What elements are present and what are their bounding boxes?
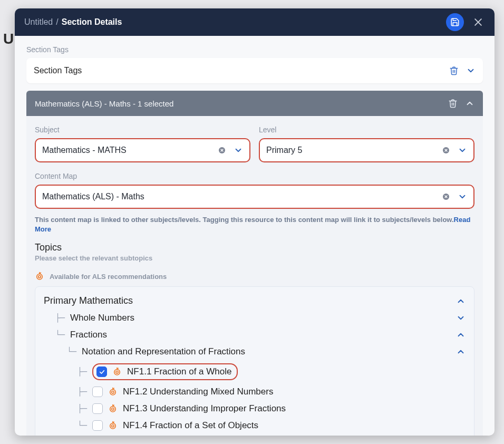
check-icon: [99, 369, 105, 375]
trash-icon: [448, 99, 458, 108]
als-icon: [35, 272, 44, 281]
save-button[interactable]: [446, 13, 464, 31]
svg-point-16: [112, 391, 114, 394]
tree-label: Whole Numbers: [70, 313, 134, 323]
level-dropdown-toggle[interactable]: [458, 146, 467, 155]
content-map-label: Content Map: [35, 172, 474, 180]
collapse-selection-button[interactable]: [465, 99, 474, 108]
als-icon: [112, 367, 122, 377]
target-icon: [108, 421, 118, 430]
chevron-up-icon: [456, 330, 466, 340]
tree-connector: └─: [77, 422, 87, 430]
topics-subtext: Please select the relevant subtopics: [35, 254, 474, 262]
highlight-box: NF1.1 Fraction of a Whole: [92, 363, 238, 380]
content-map-dropdown-toggle[interactable]: [458, 192, 467, 201]
breadcrumb-parent: Untitled: [24, 17, 53, 27]
tree-collapse-button[interactable]: [456, 330, 466, 340]
tree-node-nf12[interactable]: ├─ NF1.2 Understanding Mixed Numbers: [44, 383, 466, 400]
tree-label: NF1.3 Understanding Improper Fractions: [123, 403, 286, 414]
background-letter: U: [3, 31, 14, 47]
tree-label: Primary Mathematics: [44, 295, 133, 306]
topic-checkbox[interactable]: [92, 387, 103, 397]
tree-label: Fractions: [70, 330, 107, 340]
selection-summary-bar[interactable]: Mathematics (ALS) - Maths - 1 selected: [26, 91, 483, 116]
tree-node-nf14[interactable]: └─ NF1.4 Fraction of a Set of Objects: [44, 417, 466, 434]
tree-node-nf11[interactable]: ├─ NF1.1 Fraction of a Whole: [44, 360, 466, 383]
modal-header: Untitled / Section Details: [15, 8, 495, 36]
tree-connector: ├─: [77, 368, 87, 376]
topic-checkbox[interactable]: [92, 403, 103, 414]
als-note-text: Available for ALS recommendations: [50, 273, 167, 281]
content-map-value: Mathematics (ALS) - Maths: [42, 192, 144, 201]
svg-point-18: [112, 408, 114, 411]
tree-connector: ├─: [77, 388, 87, 396]
selection-summary-text: Mathematics (ALS) - Maths - 1 selected: [35, 99, 173, 108]
tree-node-fractions[interactable]: └─Fractions: [44, 326, 466, 343]
als-icon: [108, 421, 118, 430]
section-details-modal: Untitled / Section Details Section Tags …: [15, 8, 495, 436]
target-icon: [35, 272, 44, 281]
delete-selection-button[interactable]: [448, 99, 458, 108]
content-map-note-text: This content map is linked to other subj…: [35, 216, 454, 224]
chevron-down-icon: [466, 66, 476, 75]
level-label: Level: [259, 126, 474, 134]
subject-clear-button[interactable]: [218, 146, 226, 155]
svg-point-13: [114, 370, 120, 375]
save-icon: [450, 17, 460, 27]
tree-collapse-button[interactable]: [456, 347, 466, 356]
close-button[interactable]: [471, 15, 485, 29]
als-icon: [108, 404, 118, 413]
svg-point-20: [112, 425, 114, 428]
subject-value: Mathematics - MATHS: [42, 146, 127, 155]
clear-icon: [442, 192, 450, 201]
subject-select[interactable]: Mathematics - MATHS: [35, 138, 250, 162]
chevron-down-icon: [458, 192, 467, 201]
tree-node-root[interactable]: Primary Mathematics: [44, 292, 466, 310]
level-select[interactable]: Primary 5: [259, 138, 474, 162]
breadcrumb-sep: /: [56, 17, 58, 27]
target-icon: [108, 387, 118, 397]
tree-connector: ├─: [55, 314, 65, 322]
svg-point-14: [116, 371, 119, 374]
chevron-down-icon: [234, 146, 243, 155]
svg-point-19: [110, 423, 116, 429]
clear-icon: [218, 146, 226, 155]
expand-tag-button[interactable]: [466, 66, 476, 75]
tree-label: NF1.2 Understanding Mixed Numbers: [123, 387, 273, 397]
topic-checkbox[interactable]: [96, 366, 107, 377]
chevron-up-icon: [456, 347, 466, 356]
chevron-up-icon: [465, 99, 474, 108]
chevron-up-icon: [456, 296, 466, 306]
section-tags-headline: Section Tags: [34, 66, 82, 75]
tree-expand-button[interactable]: [456, 313, 466, 323]
section-tags-card[interactable]: Section Tags: [26, 58, 483, 83]
breadcrumb-current: Section Details: [62, 17, 122, 27]
svg-point-17: [110, 407, 116, 412]
target-icon: [108, 404, 118, 413]
tree-node-nf13[interactable]: ├─ NF1.3 Understanding Improper Fraction…: [44, 400, 466, 417]
content-map-select[interactable]: Mathematics (ALS) - Maths: [35, 185, 474, 209]
delete-tag-button[interactable]: [449, 66, 459, 75]
level-clear-button[interactable]: [442, 146, 450, 155]
subject-dropdown-toggle[interactable]: [234, 146, 243, 155]
trash-icon: [449, 66, 459, 75]
tree-connector: ├─: [77, 405, 87, 413]
content-map-clear-button[interactable]: [442, 192, 450, 201]
svg-point-15: [110, 390, 116, 395]
chevron-down-icon: [458, 146, 467, 155]
svg-point-11: [37, 274, 43, 280]
topics-tree: Primary Mathematics ├─Whole Numbers └─Fr…: [35, 286, 474, 436]
content-map-note: This content map is linked to other subj…: [35, 215, 474, 234]
topic-checkbox[interactable]: [92, 420, 103, 431]
als-icon: [108, 387, 118, 397]
tree-label: NF1.4 Fraction of a Set of Objects: [123, 420, 258, 431]
tree-connector: └─: [55, 331, 65, 339]
tree-collapse-button[interactable]: [456, 296, 466, 306]
selection-panel: Subject Mathematics - MATHS: [26, 116, 483, 436]
tree-node-notation[interactable]: └─Notation and Representation of Fractio…: [44, 343, 466, 360]
tree-node-whole-numbers[interactable]: ├─Whole Numbers: [44, 310, 466, 326]
close-icon: [473, 17, 483, 27]
target-icon: [112, 367, 122, 377]
tree-label: NF1.1 Fraction of a Whole: [127, 366, 231, 377]
section-tags-label: Section Tags: [26, 45, 483, 54]
